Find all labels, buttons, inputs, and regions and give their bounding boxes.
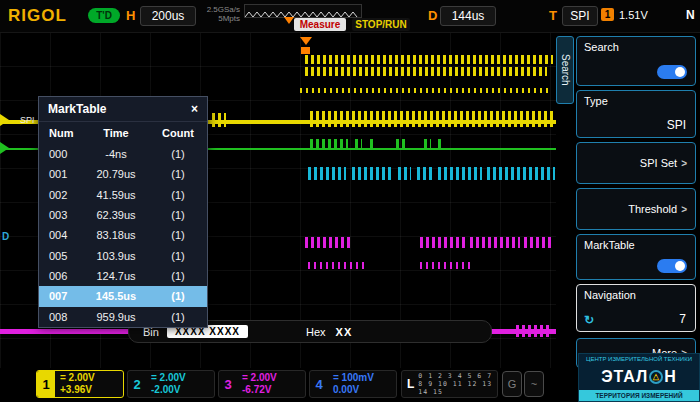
marktable-row[interactable]: 007145.5us(1) [39,286,207,306]
sticker-top-text: ЦЕНТР ИЗМЕРИТЕЛЬНОЙ ТЕХНИКИ [579,354,699,363]
sticker-name-right: Н [664,368,677,386]
la-row-2: 8 9 10 11 12 13 14 15 [418,380,497,396]
marktable-cell: (1) [149,148,207,160]
sidebar-item-type[interactable]: Type SPI [576,90,696,138]
marktable-cell: 004 [39,229,83,241]
trigger-status-badge: T'D [88,8,120,23]
trigger-flag-icon [301,47,310,54]
search-toggle[interactable] [657,65,687,79]
green-trace-marker[interactable] [0,142,9,154]
logic-analyzer-status[interactable]: L 0 1 2 3 4 5 6 7 8 9 10 11 12 13 14 15 [401,370,498,398]
channel-1-status[interactable]: 1= 2.00V+3.96V [36,370,124,398]
marktable-row[interactable]: 00362.39us(1) [39,205,207,225]
top-status-bar: RIGOL T'D H 200us 2.5GSa/s 5Mpts Measure… [0,0,700,33]
marktable-cell: 002 [39,189,83,201]
channel-2-status[interactable]: 2= 2.00V-2.00V [127,370,215,398]
la-digit-rows: 0 1 2 3 4 5 6 7 8 9 10 11 12 13 14 15 [418,372,497,396]
sidebar-item-marktable[interactable]: MarkTable [576,234,696,280]
marktable-title: MarkTable [48,102,106,116]
trigger-label: T [549,8,557,23]
marktable-row[interactable]: 00483.18us(1) [39,225,207,245]
sticker-name-left: ЭТАЛ [601,368,648,386]
marktable-cell: 008 [39,311,83,323]
sidebar-item-label: MarkTable [584,239,635,251]
search-menu-tab[interactable]: Search [556,36,574,104]
ch1-level-marker[interactable] [0,114,9,126]
marktable-cell: 62.39us [83,209,149,221]
acquisition-info: 2.5GSa/s 5Mpts [196,5,240,23]
hex-value: XX [336,326,353,338]
marktable-cell: 145.5us [83,290,149,302]
chevron-right-icon: > [681,204,687,215]
marktable-cell: (1) [149,270,207,282]
marktable-cell: (1) [149,311,207,323]
column-header-time: Time [83,127,149,139]
sidebar-item-label: Navigation [584,289,636,301]
trigger-type-badge: SPI [562,6,598,26]
type-value: SPI [667,118,686,132]
marktable-cell: 006 [39,270,83,282]
etalon-logo-icon: △ [649,370,663,384]
marktable-cell: 007 [39,290,83,302]
marktable-body: 000-4ns(1)00120.79us(1)00241.59us(1)0036… [39,144,207,327]
etalon-sticker: ЦЕНТР ИЗМЕРИТЕЛЬНОЙ ТЕХНИКИ ЭТАЛ △ Н ТЕР… [578,353,700,402]
trigger-level-value: 1.51V [619,9,648,21]
column-header-count: Count [149,127,207,139]
marktable-cell: 20.79us [83,168,149,180]
sidebar-item-label: Search [584,41,619,53]
trigger-mode-indicator: N [686,8,695,22]
sidebar-item-threshold[interactable]: Threshold > [576,188,696,230]
marktable-cell: 83.18us [83,229,149,241]
channel-number: 3 [219,371,237,397]
sidebar-item-navigation[interactable]: Navigation ↻ 7 [576,284,696,332]
marktable-row[interactable]: 008959.9us(1) [39,307,207,327]
timebase-value: 200us [140,6,196,26]
marktable-cell: (1) [149,209,207,221]
sample-rate: 2.5GSa/s [196,5,240,14]
sidebar-item-search[interactable]: Search [576,36,696,86]
marktable-row[interactable]: 006124.7us(1) [39,266,207,286]
rigol-logo: RIGOL [8,6,67,26]
stop-run-button[interactable]: STOP/RUN [352,18,410,31]
marktable-cell: 001 [39,168,83,180]
marktable-cell: (1) [149,250,207,262]
sidebar-item-label: Threshold [628,203,677,215]
sticker-brand: ЭТАЛ △ Н [579,363,699,390]
marktable-row[interactable]: 005103.9us(1) [39,246,207,266]
marktable-titlebar[interactable]: MarkTable × [39,97,207,122]
marktable-cell: 41.59us [83,189,149,201]
status-icon-g[interactable]: G [502,371,522,397]
sidebar-item-spi-set[interactable]: SPI Set > [576,142,696,184]
marktable-popup: MarkTable × Num Time Count 000-4ns(1)001… [38,96,208,328]
navigation-value: 7 [679,312,686,326]
marktable-toggle[interactable] [657,259,687,273]
channel-values: = 2.00V-2.00V [146,371,214,397]
channel-values: = 100mV0.00V [328,371,396,397]
marktable-row[interactable]: 00120.79us(1) [39,164,207,184]
hex-label: Hex [306,326,326,338]
channel-3-status[interactable]: 3= 2.00V-6.72V [218,370,306,398]
marktable-cell: (1) [149,189,207,201]
close-icon[interactable]: × [191,102,198,116]
marktable-row[interactable]: 000-4ns(1) [39,144,207,164]
channel-number: 1 [37,371,55,397]
measure-button[interactable]: Measure [294,18,346,31]
sidebar-item-label: Type [584,95,608,107]
marktable-cell: 103.9us [83,250,149,262]
channel-number: 4 [310,371,328,397]
status-icon-wave[interactable]: ~ [524,371,544,397]
column-header-num: Num [39,127,83,139]
horizontal-label: H [126,8,135,23]
channel-values: = 2.00V-6.72V [237,371,305,397]
oscilloscope-screen: SPI D RIGOL T'D H 200us 2.5GSa/s 5Mpts M… [0,0,700,402]
marktable-cell: (1) [149,229,207,241]
sticker-bottom-text: ТЕРРИТОРИЯ ИЗМЕРЕНИЙ [579,390,699,401]
trigger-position-icon[interactable] [300,37,312,45]
timebase-trigger-marker [284,17,294,24]
marktable-cell: -4ns [83,148,149,160]
marktable-row[interactable]: 00241.59us(1) [39,185,207,205]
channel-4-status[interactable]: 4= 100mV0.00V [309,370,397,398]
digital-channels-marker[interactable]: D [2,231,9,242]
trigger-source-badge: 1 [601,8,614,21]
waveform-preview-strip [244,4,362,18]
